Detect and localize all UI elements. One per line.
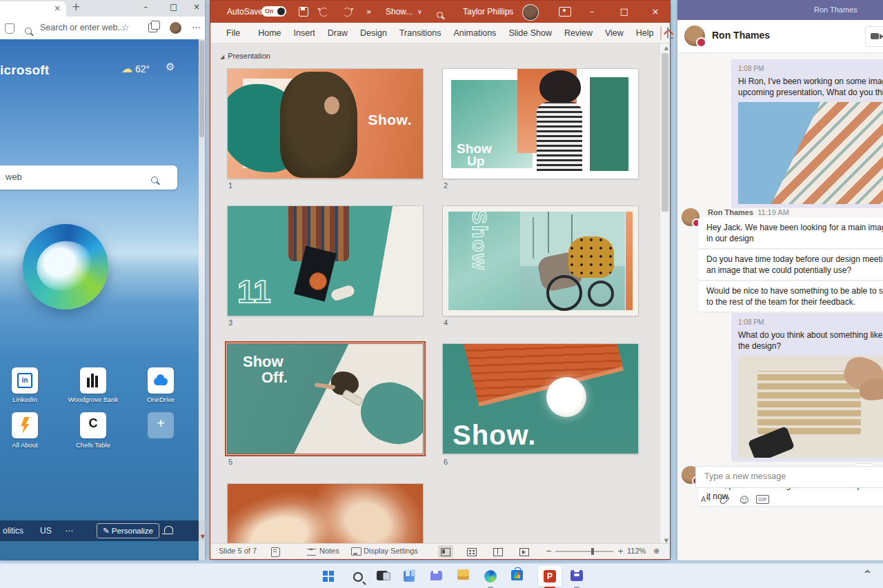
tab-review[interactable]: Review: [558, 28, 599, 38]
quick-access-overflow[interactable]: »: [366, 1, 371, 23]
tab-draw[interactable]: Draw: [321, 28, 354, 38]
tile-woodgrove-bank[interactable]: [80, 367, 106, 394]
ppt-maximize-button[interactable]: □: [614, 1, 635, 23]
tray-chevron-icon[interactable]: ^: [864, 569, 871, 579]
tab-home[interactable]: Home: [252, 28, 287, 38]
reading-view-button[interactable]: [490, 545, 506, 558]
emoji-icon[interactable]: ☺: [740, 495, 749, 505]
received-message[interactable]: Hey Jack. We have been looking for a mai…: [698, 218, 883, 248]
store-icon[interactable]: [511, 567, 529, 585]
powerpoint-taskbar-icon-active[interactable]: P: [538, 566, 562, 587]
save-icon[interactable]: [299, 7, 308, 17]
ppt-scrollbar[interactable]: ▲ ▼: [659, 43, 670, 545]
profile-avatar[interactable]: [170, 22, 181, 34]
notifications-bell-icon[interactable]: [164, 526, 173, 533]
ppt-scrollbar-thumb[interactable]: [662, 53, 668, 212]
taskbar-search-icon[interactable]: [350, 567, 368, 585]
tile-linkedin[interactable]: in: [12, 367, 38, 394]
slide-thumbnail-7[interactable]: [227, 483, 424, 545]
personalize-button[interactable]: ✎ Personalize: [97, 523, 159, 538]
slide-thumbnail-5-selected[interactable]: ShowOff.: [227, 343, 424, 454]
new-tab-button[interactable]: +: [72, 1, 81, 13]
slide-thumbnail-1[interactable]: Show.: [227, 68, 424, 179]
tab-animations[interactable]: Animations: [448, 28, 503, 38]
tab-close-icon[interactable]: ×: [54, 3, 61, 13]
redo-icon[interactable]: [343, 8, 352, 17]
start-button[interactable]: [323, 567, 341, 585]
tab-transitions[interactable]: Transitions: [393, 28, 448, 38]
video-call-button[interactable]: [865, 26, 883, 47]
tab-help[interactable]: Help: [630, 28, 660, 38]
ppt-search-icon[interactable]: [437, 8, 443, 21]
tile-onedrive[interactable]: [148, 367, 174, 394]
minimize-button[interactable]: –: [143, 2, 148, 12]
zoom-level[interactable]: 112%: [627, 547, 646, 555]
tile-chefs-table[interactable]: C: [80, 412, 106, 438]
format-icon[interactable]: A✎: [701, 495, 711, 503]
sent-message[interactable]: 1:08 PM Hi Ron, I've been working on som…: [731, 59, 883, 208]
chat-icon[interactable]: [430, 567, 448, 585]
slideshow-view-button[interactable]: [517, 545, 532, 558]
slide-sorter-view-button[interactable]: [464, 545, 479, 558]
slide-thumbnail-4[interactable]: Show: [442, 205, 639, 316]
page-settings-icon[interactable]: ⚙: [166, 61, 175, 73]
present-display-icon[interactable]: [559, 7, 571, 17]
zoom-slider-thumb[interactable]: [591, 548, 594, 555]
tile-add[interactable]: +: [148, 412, 174, 438]
gif-icon[interactable]: GIF: [756, 495, 769, 504]
tab-design[interactable]: Design: [354, 28, 393, 38]
autosave-toggle[interactable]: On: [261, 6, 286, 17]
tab-insert[interactable]: Insert: [288, 28, 321, 38]
document-title[interactable]: Show...: [386, 1, 413, 23]
section-header[interactable]: ◢Presentation: [220, 52, 270, 60]
footer-nav-us[interactable]: US: [40, 526, 52, 536]
undo-icon[interactable]: [319, 8, 328, 17]
file-explorer-icon[interactable]: [457, 567, 475, 585]
share-icon[interactable]: [660, 26, 662, 40]
widgets-icon[interactable]: [404, 567, 421, 585]
edge-active-tab[interactable]: ×: [0, 1, 66, 17]
slide-thumbnail-2[interactable]: ShowUp: [442, 68, 639, 179]
ppt-close-button[interactable]: ×: [645, 1, 666, 23]
teams-taskbar-icon[interactable]: [571, 567, 588, 585]
favorites-icon[interactable]: ☆: [121, 22, 130, 32]
notes-button[interactable]: Notes: [319, 547, 339, 555]
user-avatar[interactable]: [522, 4, 539, 21]
footer-nav-politics[interactable]: olitics: [3, 526, 23, 536]
slide-thumbnail-3[interactable]: 11: [227, 205, 424, 316]
display-settings-button[interactable]: Display Settings: [364, 547, 418, 555]
scroll-down-icon[interactable]: ▼: [201, 534, 205, 540]
site-info-icon[interactable]: [5, 23, 14, 34]
accessibility-icon[interactable]: [271, 547, 280, 557]
scrollbar-thumb[interactable]: [199, 41, 204, 137]
attached-image-building[interactable]: [738, 102, 883, 204]
zoom-in-button[interactable]: +: [617, 547, 624, 556]
collections-icon[interactable]: [148, 23, 157, 32]
section-collapse-icon[interactable]: ◢: [220, 54, 224, 60]
ppt-minimize-button[interactable]: –: [582, 1, 602, 23]
message-input[interactable]: Type a new message: [695, 466, 883, 488]
comments-icon[interactable]: [667, 27, 668, 39]
edge-scrollbar[interactable]: ▼: [199, 39, 205, 560]
tab-view[interactable]: View: [599, 28, 630, 38]
address-bar[interactable]: Search or enter web...: [40, 23, 125, 32]
received-message[interactable]: Do you have time today before our design…: [698, 250, 883, 280]
edge-taskbar-icon[interactable]: [484, 567, 502, 585]
search-submit-icon[interactable]: [151, 174, 158, 186]
attached-image-model[interactable]: [738, 356, 883, 458]
web-search-box[interactable]: web: [0, 165, 177, 190]
weather-widget[interactable]: ☁ 62°: [121, 62, 150, 75]
contact-avatar[interactable]: [684, 26, 705, 46]
contact-avatar[interactable]: [682, 208, 700, 226]
maximize-button[interactable]: □: [170, 2, 177, 12]
more-menu-icon[interactable]: ⋯: [192, 22, 201, 32]
tile-all-about[interactable]: [12, 412, 38, 438]
zoom-out-button[interactable]: −: [546, 547, 552, 556]
sent-message[interactable]: 1:08 PM What do you think about somethin…: [731, 313, 883, 462]
scroll-up-icon[interactable]: ▲: [664, 45, 668, 51]
normal-view-button[interactable]: [438, 545, 453, 558]
zoom-slider[interactable]: [555, 551, 613, 552]
attach-icon[interactable]: [722, 495, 727, 507]
fit-slide-icon[interactable]: ⊕: [653, 547, 659, 556]
tab-file[interactable]: File: [220, 28, 246, 38]
